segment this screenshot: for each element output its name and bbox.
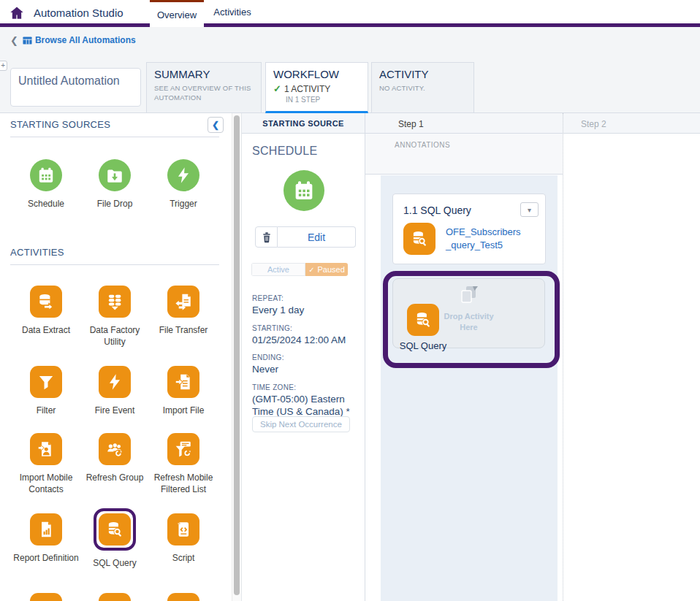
activities-row-5-partial bbox=[12, 593, 219, 601]
collapse-sidebar-button[interactable]: ❮ bbox=[208, 117, 224, 133]
activities-row-4: Report Definition SQL Query Script bbox=[12, 513, 219, 570]
step-1-header[interactable]: Step 1 bbox=[398, 119, 424, 129]
sql-query-activity-card[interactable]: 1.1 SQL Query ▾ OFE_Subscribers _query_T… bbox=[392, 194, 546, 264]
repeat-label: REPEAT: bbox=[252, 294, 360, 302]
workflow-canvas: Step 1 Step 2 ANNOTATIONS 1.1 SQL Query … bbox=[365, 113, 700, 601]
summary-card-title: SUMMARY bbox=[154, 68, 254, 80]
workflow-activity-count: 1 ACTIVITY bbox=[284, 84, 330, 94]
dragged-activity-label: SQL Query bbox=[389, 340, 457, 351]
query-name: OFE_Subscribers _query_Test5 bbox=[446, 226, 521, 252]
skip-next-occurrence-button[interactable]: Skip Next Occurrence bbox=[252, 416, 350, 432]
sidebar-scrollbar[interactable] bbox=[232, 113, 241, 601]
annotations-band[interactable]: ANNOTATIONS bbox=[365, 134, 563, 175]
lightning-bolt-icon bbox=[99, 366, 131, 398]
nav-accent-bar bbox=[0, 23, 700, 27]
activity-card-title: 1.1 SQL Query bbox=[403, 204, 471, 216]
timezone-value: (GMT-05:00) Eastern Time (US & Canada) * bbox=[252, 393, 360, 418]
drop-activity-zone[interactable]: Drop Activity Here SQL Query bbox=[392, 278, 545, 348]
activity-tile[interactable] bbox=[80, 593, 149, 601]
activity-fire-event[interactable]: Fire Event bbox=[80, 366, 149, 417]
toggle-paused-option[interactable]: ✓ Paused bbox=[305, 263, 348, 276]
activity-tile[interactable] bbox=[12, 593, 80, 601]
table-icon bbox=[23, 36, 32, 45]
activity-import-file[interactable]: Import File bbox=[149, 366, 218, 417]
source-schedule[interactable]: Schedule bbox=[12, 159, 80, 210]
sql-query-highlight-ring bbox=[94, 508, 136, 551]
activity-label: Refresh Group bbox=[86, 472, 144, 484]
breadcrumb-row: ❮ Browse All Automations bbox=[0, 27, 700, 55]
add-button[interactable]: + bbox=[0, 61, 7, 71]
activity-label: Data Factory Utility bbox=[80, 325, 149, 348]
activity-file-transfer[interactable]: File Transfer bbox=[149, 286, 218, 348]
toggle-active-option[interactable]: Active bbox=[251, 263, 305, 276]
script-icon bbox=[167, 513, 199, 546]
edit-schedule-button[interactable]: Edit bbox=[278, 226, 356, 248]
sidebar: STARTING SOURCES ❮ Schedule File Drop Tr… bbox=[0, 113, 232, 601]
activity-data-extract[interactable]: Data Extract bbox=[12, 286, 80, 348]
activity-filter[interactable]: Filter bbox=[12, 366, 80, 417]
activity-tile[interactable] bbox=[149, 593, 218, 601]
activity-import-mobile-contacts[interactable]: Import Mobile Contacts bbox=[12, 433, 80, 495]
activity-report-definition[interactable]: Report Definition bbox=[12, 513, 80, 570]
database-arrow-icon bbox=[30, 286, 62, 318]
activity-refresh-mobile-filtered-list[interactable]: Refresh Mobile Filtered List bbox=[149, 433, 218, 495]
starting-label: STARTING: bbox=[252, 324, 360, 332]
divider bbox=[10, 137, 219, 137]
activities-row-1: Data Extract Data Factory Utility File T… bbox=[12, 286, 219, 348]
file-person-icon bbox=[30, 433, 62, 465]
activity-sql-query[interactable]: SQL Query bbox=[80, 513, 149, 570]
starting-source-header: STARTING SOURCE bbox=[242, 113, 365, 134]
activity-card-subtitle: NO ACTIVITY. bbox=[379, 83, 466, 93]
steps-header-row: Step 1 Step 2 bbox=[365, 113, 700, 134]
scrollbar-thumb[interactable] bbox=[234, 115, 240, 595]
funnel-icon bbox=[30, 366, 62, 398]
activity-label: Filter bbox=[37, 405, 56, 417]
browse-all-automations-link[interactable]: Browse All Automations bbox=[23, 35, 136, 45]
starting-source-panel: STARTING SOURCE SCHEDULE Edit Active ✓ P… bbox=[241, 113, 365, 601]
caret-down-icon: ▾ bbox=[528, 206, 531, 214]
starting-value: 01/25/2024 12:00 AM bbox=[252, 334, 360, 347]
tab-overview[interactable]: Overview bbox=[150, 0, 204, 27]
database-search-icon bbox=[99, 513, 131, 546]
activity-data-factory-utility[interactable]: Data Factory Utility bbox=[80, 286, 149, 348]
annotations-label: ANNOTATIONS bbox=[395, 141, 450, 149]
summary-card-subtitle: SEE AN OVERVIEW OF THIS AUTOMATION bbox=[154, 83, 254, 103]
tab-summary[interactable]: SUMMARY SEE AN OVERVIEW OF THIS AUTOMATI… bbox=[146, 62, 262, 113]
source-label: Trigger bbox=[170, 199, 197, 210]
workflow-card-title: WORKFLOW bbox=[273, 68, 360, 80]
card-dropdown-button[interactable]: ▾ bbox=[520, 202, 539, 217]
group-refresh-icon bbox=[99, 433, 131, 465]
active-paused-toggle[interactable]: Active ✓ Paused bbox=[251, 263, 348, 276]
activity-refresh-group[interactable]: Refresh Group bbox=[80, 433, 149, 495]
timezone-label: TIME ZONE: bbox=[252, 383, 360, 391]
activity-script[interactable]: Script bbox=[149, 513, 218, 570]
activity-label: File Transfer bbox=[159, 325, 208, 337]
tab-workflow[interactable]: WORKFLOW ✓ 1 ACTIVITY IN 1 STEP bbox=[265, 62, 368, 113]
divider bbox=[10, 264, 219, 265]
funnel-refresh-icon bbox=[167, 433, 199, 465]
source-file-drop[interactable]: File Drop bbox=[80, 159, 149, 210]
tab-activities[interactable]: Activities bbox=[208, 0, 257, 23]
step-column-divider bbox=[563, 113, 563, 601]
source-trigger[interactable]: Trigger bbox=[149, 159, 218, 210]
dragged-sql-query-icon[interactable] bbox=[407, 304, 439, 336]
file-swap-icon bbox=[167, 286, 199, 318]
starting-sources-row: Schedule File Drop Trigger bbox=[12, 159, 219, 210]
home-icon[interactable] bbox=[9, 5, 25, 21]
workflow-step-count: IN 1 STEP bbox=[286, 96, 360, 104]
tab-activity[interactable]: ACTIVITY NO ACTIVITY. bbox=[371, 62, 474, 113]
activity-label: SQL Query bbox=[93, 558, 137, 570]
back-chevron-icon[interactable]: ❮ bbox=[10, 36, 18, 45]
top-navbar: Automation Studio Overview Activities bbox=[0, 0, 700, 27]
breadcrumb: ❮ Browse All Automations bbox=[10, 35, 136, 45]
step-2-header[interactable]: Step 2 bbox=[581, 119, 606, 129]
activity-label: Fire Event bbox=[95, 405, 135, 417]
check-icon: ✓ bbox=[308, 266, 314, 274]
delete-schedule-button[interactable] bbox=[255, 226, 278, 248]
drop-ghost-icon bbox=[393, 285, 544, 305]
automation-name-input[interactable]: Untitled Automation bbox=[10, 68, 141, 107]
activities-row-3: Import Mobile Contacts Refresh Group Ref… bbox=[12, 433, 219, 495]
activity-label: Refresh Mobile Filtered List bbox=[149, 472, 218, 495]
header-strip: + Untitled Automation SUMMARY SEE AN OVE… bbox=[0, 55, 700, 113]
activities-row-2: Filter Fire Event Import File bbox=[12, 366, 219, 417]
